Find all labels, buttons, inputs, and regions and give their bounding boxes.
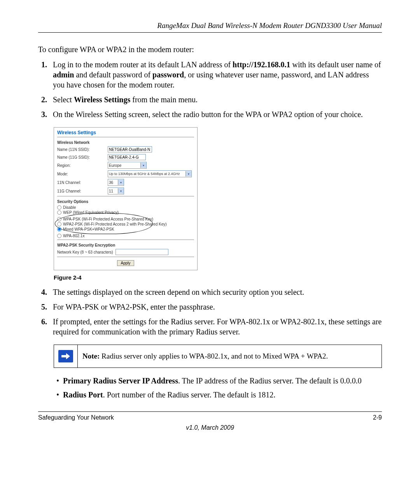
radio-wpa-psk[interactable]: WPA-PSK (Wi-Fi Protected Access Pre-Shar… <box>57 217 194 221</box>
section-encryption: WPA2-PSK Security Encryption <box>57 243 194 247</box>
note-icon-cell <box>54 345 78 368</box>
bullet1-bold: Primary Radius Server IP Address <box>63 376 178 385</box>
section-security-options: Security Options <box>57 200 194 204</box>
select-mode[interactable]: Up to 130Mbps at 5GHz & 54Mbps at 2.4GHz… <box>108 170 192 177</box>
radio-wpa2-psk-label: WPA2-PSK (Wi-Fi Protected Access 2 with … <box>63 222 167 226</box>
step1-a: Log in to the modem router at its defaul… <box>53 60 233 69</box>
arrow-right-icon <box>58 350 73 362</box>
label-11n-channel: 11N Channel: <box>57 180 108 185</box>
label-11g-ssid: Name (11G SSID): <box>57 155 108 159</box>
note-box: Note: Radius server only applies to WPA-… <box>54 345 382 368</box>
version-text: v1.0, March 2009 <box>38 424 382 431</box>
select-region-value: Europe <box>109 163 139 168</box>
step-5: For WPA-PSK or WPA2-PSK, enter the passp… <box>49 302 382 312</box>
section-wireless-network: Wireless Network <box>57 140 194 145</box>
wireless-settings-panel: Wireless Settings Wireless Network Name … <box>54 127 198 270</box>
step1-c: and default password of <box>74 70 152 79</box>
chevron-down-icon: ▾ <box>118 188 124 194</box>
input-network-key[interactable] <box>116 249 168 255</box>
select-11g-channel-value: 11 <box>109 189 116 193</box>
intro-text: To configure WPA or WPA2 in the modem ro… <box>38 45 382 54</box>
radio-8021x-label: WPA-802.1x <box>63 234 84 238</box>
bullet2-bold: Radius Port <box>63 390 103 399</box>
radio-disable[interactable]: Disable <box>57 205 194 210</box>
step1-b: with its default user name of <box>290 60 381 69</box>
step2-a: Select <box>53 95 74 104</box>
footer-right: 2-9 <box>373 414 382 421</box>
label-11g-channel: 11G Channel: <box>57 189 108 193</box>
note-lead: Note: <box>82 352 100 360</box>
figure-wrap: Wireless Settings Wireless Network Name … <box>54 127 382 270</box>
step1-url: http://192.168.0.1 <box>233 60 290 69</box>
step-6: If prompted, enter the settings for the … <box>49 317 382 337</box>
step1-admin: admin <box>53 70 74 79</box>
step1-pwd: password <box>152 70 184 79</box>
figure-caption: Figure 2-4 <box>54 274 382 281</box>
select-region[interactable]: Europe ▾ <box>108 162 147 169</box>
label-11n-ssid: Name (11N SSID): <box>57 147 108 152</box>
chevron-down-icon: ▾ <box>118 180 124 185</box>
radio-wpa2-psk[interactable]: WPA2-PSK (Wi-Fi Protected Access 2 with … <box>57 222 194 226</box>
select-mode-value: Up to 130Mbps at 5GHz & 54Mbps at 2.4GHz <box>109 172 184 176</box>
step-1: Log in to the modem router at its defaul… <box>49 60 382 90</box>
input-11g-ssid[interactable] <box>108 154 146 160</box>
input-11n-ssid[interactable] <box>108 146 152 152</box>
step-3: On the Wireless Setting screen, select t… <box>49 109 382 119</box>
label-network-key: Network Key (8 ~ 63 characters) <box>57 250 116 254</box>
step-2: Select Wireless Settings from the main m… <box>49 94 382 105</box>
select-11g-channel[interactable]: 11 ▾ <box>108 187 124 194</box>
panel-title: Wireless Settings <box>57 130 194 135</box>
note-body: Radius server only applies to WPA-802.1x… <box>100 352 328 360</box>
bullet2-text: . Port number of the Radius server. The … <box>103 390 275 399</box>
step-4: The settings displayed on the screen dep… <box>49 287 382 297</box>
label-mode: Mode: <box>57 172 108 176</box>
select-11n-channel[interactable]: 36 ▾ <box>108 179 124 186</box>
radio-wep-label: WEP (Wired Equivalent Privacy) <box>63 210 119 215</box>
note-text: Note: Radius server only applies to WPA-… <box>78 345 382 368</box>
page-footer: Safeguarding Your Network 2-9 <box>38 411 382 421</box>
radio-mixed-label: Mixed WPA-PSK+WPA2-PSK <box>63 227 114 231</box>
step2-b: from the main menu. <box>130 95 198 104</box>
radio-wpa-psk-label: WPA-PSK (Wi-Fi Protected Access Pre-Shar… <box>63 217 153 221</box>
radio-mixed[interactable]: Mixed WPA-PSK+WPA2-PSK <box>57 227 194 231</box>
doc-header: RangeMax Dual Band Wireless-N Modem Rout… <box>38 21 382 33</box>
bullet-radius-port: Radius Port. Port number of the Radius s… <box>63 390 382 400</box>
chevron-down-icon: ▾ <box>140 163 146 168</box>
step2-bold: Wireless Settings <box>74 95 130 104</box>
radio-8021x[interactable]: WPA-802.1x <box>57 234 194 238</box>
label-region: Region: <box>57 163 108 168</box>
bullet-primary-radius: Primary Radius Server IP Address. The IP… <box>63 376 382 386</box>
chevron-down-icon: ▾ <box>186 171 191 177</box>
select-11n-channel-value: 36 <box>109 180 116 185</box>
footer-left: Safeguarding Your Network <box>38 414 114 421</box>
radio-disable-label: Disable <box>63 205 76 210</box>
callout-circle: WPA-PSK (Wi-Fi Protected Access Pre-Shar… <box>57 215 194 233</box>
bullet1-text: . The IP address of the Radius server. T… <box>178 376 362 385</box>
apply-button[interactable]: Apply <box>117 260 134 266</box>
radio-wep[interactable]: WEP (Wired Equivalent Privacy) <box>57 210 194 215</box>
